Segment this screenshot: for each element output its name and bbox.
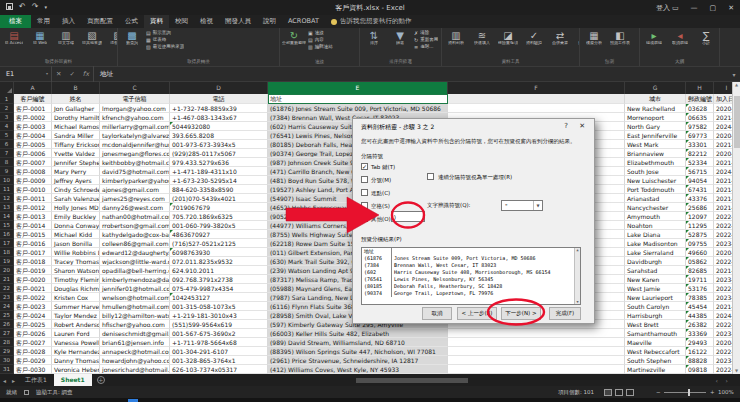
cell-G24[interactable]: South Carolyn <box>625 302 686 311</box>
page-layout-view-icon[interactable] <box>615 389 623 396</box>
ribbon-button-取消群組[interactable]: ◂取消群組 <box>668 30 692 46</box>
cell-C13[interactable]: danny26@west.com <box>100 203 170 212</box>
ribbon-tab-公式[interactable]: 公式 <box>119 15 144 28</box>
row-number[interactable]: 16 <box>0 230 14 239</box>
row-number[interactable]: 23 <box>0 293 14 302</box>
ribbon-display-options-icon[interactable]: ▭ <box>672 4 679 12</box>
row-number[interactable]: 7 <box>0 149 14 158</box>
formula-input[interactable]: 地址 <box>94 70 728 79</box>
cell-H7[interactable]: 82212 <box>686 149 714 158</box>
column-header-G[interactable]: G <box>625 82 686 94</box>
cell-C12[interactable]: james25@reyes.com <box>100 194 170 203</box>
row-number[interactable]: 17 <box>0 239 14 248</box>
cell-G21[interactable]: New Karen <box>625 275 686 284</box>
formula-cancel-icon[interactable]: ✕ <box>56 70 61 78</box>
cell-C4[interactable]: millerlarry@gmail.com <box>100 122 170 131</box>
cell-H17[interactable]: 09755 <box>686 239 714 248</box>
cell-B19[interactable]: Tracey Thomas <box>52 257 100 266</box>
row-number[interactable]: 2 <box>0 104 14 113</box>
row-number[interactable]: 1 <box>0 94 14 104</box>
cell-G26[interactable]: West Brett <box>625 320 686 329</box>
cell-A28[interactable]: 客戶-0027 <box>14 338 52 347</box>
cell-H11[interactable]: 67431 <box>686 185 714 194</box>
cell-H6[interactable]: 33301 <box>686 140 714 149</box>
delimiter-checkbox-空格(S)[interactable] <box>361 202 368 209</box>
cell-F1[interactable] <box>448 94 625 104</box>
row-number[interactable]: 27 <box>0 329 14 338</box>
macro-record-icon[interactable] <box>24 390 29 395</box>
cell-D29[interactable]: 001-304-291-6107 <box>170 347 268 356</box>
cell-G8[interactable]: Elizabethmouth <box>625 158 686 167</box>
horizontal-scrollbar-thumb[interactable] <box>356 378 468 383</box>
cell-C18[interactable]: edward12@daugherty.com <box>100 248 170 257</box>
vertical-scrollbar-thumb[interactable] <box>734 96 740 148</box>
cancel-button[interactable]: 取消 <box>422 307 452 320</box>
cell-E31[interactable]: (412) Williams Coves, West Kyle, NY 4593… <box>268 365 448 374</box>
signin-button[interactable]: 登入 <box>656 3 670 13</box>
cell-D19[interactable]: 072.011.8235x9532 <box>170 257 268 266</box>
ribbon-button-從文字檔[interactable]: ▥從文字檔 <box>54 30 78 46</box>
cell-B8[interactable]: Jennifer Stephenson <box>52 158 100 167</box>
cell-B13[interactable]: Holly Jones MD <box>52 203 100 212</box>
ribbon-button-新查詢[interactable]: ▩新查詢 <box>120 30 144 46</box>
cell-B12[interactable]: Sarah Valenzuela <box>52 194 100 203</box>
cell-A5[interactable]: 客戶-0004 <box>14 131 52 140</box>
cell-B29[interactable]: Kyle Hernandez <box>52 347 100 356</box>
ribbon-button-合併彙算[interactable]: ⇄合併彙算 <box>548 30 572 46</box>
cell-D15[interactable]: 001-060-799-3820x5 <box>170 221 268 230</box>
zoom-slider[interactable] <box>664 392 706 393</box>
select-all-corner[interactable] <box>0 82 14 94</box>
cell-H10[interactable]: 94054 <box>686 176 714 185</box>
cell-F31[interactable] <box>448 365 625 374</box>
cell-C10[interactable]: kimberlyparker@yahoo.com <box>100 176 170 185</box>
cell-H18[interactable]: 49660 <box>686 248 714 257</box>
maximize-button[interactable]: ▢ <box>710 4 717 12</box>
cell-G22[interactable]: West Jamie <box>625 284 686 293</box>
ribbon-button-從 Web[interactable]: ▦從 Web <box>28 30 52 46</box>
cell-C9[interactable]: david75@hotmail.com <box>100 167 170 176</box>
finish-button[interactable]: 完成(F) <box>549 307 581 320</box>
cell-D13[interactable]: 7019067679 <box>170 203 268 212</box>
cell-A30[interactable]: 客戶-0029 <box>14 356 52 365</box>
cell-B17[interactable]: Jason Bonilla <box>52 239 100 248</box>
row-number[interactable]: 20 <box>0 266 14 275</box>
ribbon-button-最近使用的來源[interactable]: ▨最近使用的來源 <box>146 44 184 50</box>
cell-D22[interactable]: 075-479-9987x4354 <box>170 284 268 293</box>
row-number[interactable]: 24 <box>0 302 14 311</box>
cell-E30[interactable]: (2961) Price Stravenue, Schneidershire, … <box>268 356 448 365</box>
cell-A24[interactable]: 客戶-0023 <box>14 302 52 311</box>
back-button[interactable]: < 上一步(B) <box>457 307 497 320</box>
cell-C28[interactable]: brian61@jensen.info <box>100 338 170 347</box>
cell-B27[interactable]: Lauren Ford <box>52 329 100 338</box>
cell-G19[interactable]: Davidburgh <box>625 257 686 266</box>
cell-H1[interactable]: 郵政編號 <box>686 94 714 104</box>
cell-H22[interactable]: 53176 <box>686 284 714 293</box>
formula-enter-icon[interactable]: ✓ <box>69 70 74 78</box>
cell-G1[interactable]: 城市 <box>625 94 686 104</box>
ribbon-tab-頁面配置[interactable]: 頁面配置 <box>81 15 119 28</box>
dialog-help-icon[interactable]: ? <box>564 122 568 130</box>
cell-H15[interactable]: 11295 <box>686 221 714 230</box>
ribbon-button-排序[interactable]: ⇅排序 <box>362 30 386 46</box>
cell-G17[interactable]: Lake Madisonton <box>625 239 686 248</box>
row-number[interactable]: 29 <box>0 347 14 356</box>
cell-E2[interactable]: (61876) Jones Stream Suite 009, Port Vic… <box>268 104 448 113</box>
ribbon-tab-檢視[interactable]: 檢視 <box>194 15 219 28</box>
cell-G25[interactable]: Harrisburgh <box>625 311 686 320</box>
cell-G31[interactable]: Martinezville <box>625 365 686 374</box>
normal-view-icon[interactable] <box>604 389 612 396</box>
text-qualifier-select[interactable]: "▼ <box>501 200 543 211</box>
cell-A10[interactable]: 客戶-0009 <box>14 176 52 185</box>
row-number[interactable]: 15 <box>0 221 14 230</box>
cell-C6[interactable]: mcdonaldjennifer@hunter-little.com <box>100 140 170 149</box>
cell-E27[interactable]: (66003) Keller Hills Suite 482, Elizabet… <box>268 329 448 338</box>
cell-A25[interactable]: 客戶-0024 <box>14 311 52 320</box>
cell-G2[interactable]: New Rachelland <box>625 104 686 113</box>
cell-G28[interactable]: Maeville <box>625 338 686 347</box>
cell-G13[interactable]: Nancychester <box>625 203 686 212</box>
cell-D4[interactable]: 5044932080 <box>170 122 268 131</box>
cell-H29[interactable]: 16122 <box>686 347 714 356</box>
cell-C2[interactable]: lmorgan@yahoo.com <box>100 104 170 113</box>
column-header-A[interactable]: A <box>14 82 52 94</box>
cell-E29[interactable]: (88395) Wilson Springs Suite 447, Nichol… <box>268 347 448 356</box>
